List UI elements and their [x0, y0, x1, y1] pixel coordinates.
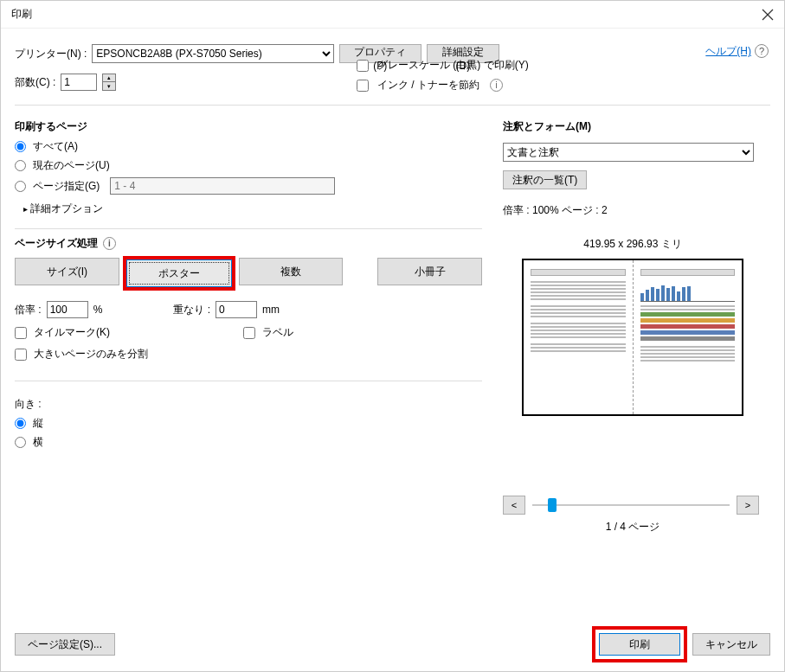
preview-page-right [634, 260, 743, 414]
page-count: 1 / 4 ページ [503, 520, 762, 534]
zoom-page-info: 倍率 : 100% ページ : 2 [503, 203, 762, 218]
help-icon: ? [755, 44, 769, 58]
sizing-title: ページサイズ処理i [15, 236, 482, 251]
grayscale-label: グレースケール (白黒) で印刷(Y) [377, 58, 529, 73]
preview-next-button[interactable]: > [737, 496, 759, 515]
copies-label: 部数(C) : [15, 75, 55, 90]
preview-slider[interactable] [532, 497, 730, 513]
pages-title: 印刷するページ [15, 119, 482, 134]
separator [15, 105, 770, 106]
separator [15, 228, 482, 229]
right-column: 注釈とフォーム(M) 文書と注釈 注釈の一覧(T) 倍率 : 100% ページ … [503, 119, 762, 534]
labels-checkbox[interactable] [243, 327, 255, 339]
left-column: 印刷するページ すべて(A) 現在のページ(U) ページ指定(G) 詳細オプショ… [15, 119, 482, 534]
annotations-select[interactable]: 文書と注釈 [503, 143, 754, 162]
large-only-checkbox[interactable] [15, 349, 27, 361]
print-dialog: 印刷 ヘルプ(H)? プリンター(N) : EPSONCB2A8B (PX-S7… [0, 0, 785, 672]
page-setup-button[interactable]: ページ設定(S)... [15, 633, 115, 656]
overlap-label: 重なり : [173, 303, 210, 317]
scale-label: 倍率 : [15, 303, 42, 317]
info-icon[interactable]: i [490, 79, 503, 92]
cancel-button[interactable]: キャンセル [692, 633, 770, 656]
info-icon[interactable]: i [103, 237, 116, 250]
print-button[interactable]: 印刷 [599, 633, 680, 656]
multiple-button[interactable]: 複数 [239, 258, 344, 285]
printer-select[interactable]: EPSONCB2A8B (PX-S7050 Series) [92, 44, 333, 63]
overlap-input[interactable] [216, 301, 257, 318]
tile-marks-checkbox[interactable] [15, 327, 27, 339]
poster-button[interactable]: ポスター [126, 259, 232, 287]
size-button[interactable]: サイズ(I) [15, 258, 119, 285]
print-options: グレースケール (白黒) で印刷(Y) インク / トナーを節約i [357, 58, 770, 93]
preview-page-left [524, 260, 634, 414]
preview-prev-button[interactable]: < [503, 496, 525, 515]
booklet-button[interactable]: 小冊子 [377, 258, 482, 285]
help-link[interactable]: ヘルプ(H)? [705, 44, 769, 59]
preview-box [522, 259, 743, 416]
copies-input[interactable] [61, 74, 97, 91]
save-ink-checkbox[interactable] [357, 80, 369, 92]
save-ink-label: インク / トナーを節約 [377, 78, 479, 93]
scale-input[interactable] [47, 301, 88, 318]
page-range-input[interactable] [110, 177, 335, 195]
pages-current-radio[interactable] [15, 160, 26, 171]
dialog-content: ヘルプ(H)? プリンター(N) : EPSONCB2A8B (PX-S7050… [1, 29, 784, 671]
portrait-radio[interactable] [15, 418, 26, 429]
print-highlight: 印刷 [595, 630, 684, 659]
orientation-title: 向き : [15, 397, 482, 412]
slider-thumb[interactable] [548, 498, 557, 512]
poster-highlight: ポスター [125, 258, 234, 289]
titlebar: 印刷 [1, 1, 784, 29]
pages-range-radio[interactable] [15, 181, 26, 192]
footer: ページ設定(S)... 印刷 キャンセル [15, 630, 770, 659]
grayscale-checkbox[interactable] [357, 60, 369, 72]
separator [15, 381, 482, 381]
dialog-title: 印刷 [11, 7, 762, 22]
close-icon[interactable] [762, 9, 774, 21]
printer-label: プリンター(N) : [15, 47, 87, 61]
annotations-list-button[interactable]: 注釈の一覧(T) [503, 170, 587, 189]
preview-dimensions: 419.95 x 296.93 ミリ [503, 237, 762, 252]
annotations-title: 注釈とフォーム(M) [503, 119, 762, 134]
copies-spinner[interactable]: ▴▾ [102, 74, 116, 91]
pages-all-radio[interactable] [15, 141, 26, 152]
landscape-radio[interactable] [15, 437, 26, 448]
advanced-options-toggle[interactable]: 詳細オプション [23, 202, 482, 216]
